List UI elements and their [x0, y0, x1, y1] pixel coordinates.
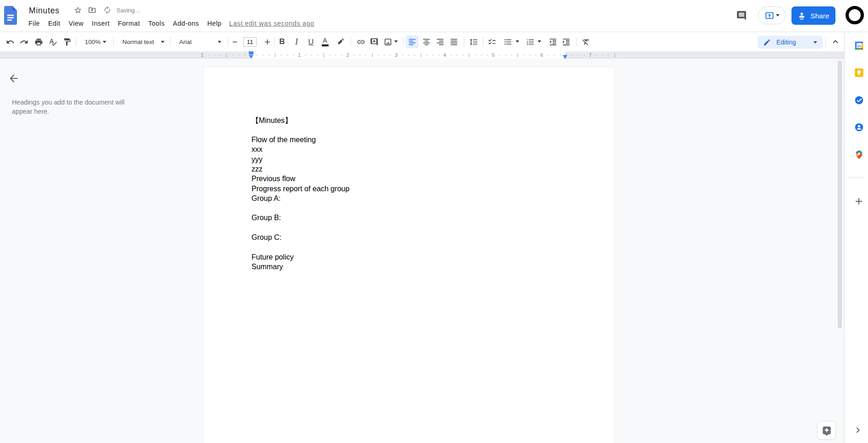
last-edit-link[interactable]: Last edit was seconds ago — [229, 19, 314, 28]
doc-line[interactable]: Flow of the meeting — [252, 135, 566, 144]
menu-view[interactable]: View — [65, 19, 88, 29]
doc-line[interactable]: Future policy — [252, 252, 566, 262]
menu-help[interactable]: Help — [203, 19, 225, 29]
bold-icon: B — [279, 37, 285, 46]
ruler-tick — [275, 53, 275, 57]
explore-button[interactable] — [817, 421, 836, 440]
paragraph-style-select[interactable]: Normal text — [117, 35, 167, 48]
close-outline-icon[interactable] — [8, 72, 20, 84]
increase-font-size-button[interactable] — [261, 35, 274, 48]
italic-button[interactable]: I — [290, 35, 303, 48]
first-line-indent-marker[interactable] — [249, 51, 253, 55]
menu-add-ons[interactable]: Add-ons — [169, 19, 203, 29]
text-color-bar — [322, 44, 329, 46]
justify-button[interactable] — [448, 35, 461, 48]
doc-line[interactable]: Group B: — [252, 213, 566, 222]
increase-indent-icon — [562, 38, 571, 46]
ruler-tick — [596, 55, 597, 56]
clear-formatting-button[interactable] — [580, 35, 593, 48]
account-avatar[interactable] — [846, 6, 864, 24]
document-text[interactable]: 【Minutes】Flow of the meetingxxxyyyzzzPre… — [252, 116, 566, 272]
get-addons-icon[interactable] — [853, 196, 864, 207]
doc-line[interactable]: Previous flow — [252, 174, 566, 183]
comment-history-icon[interactable] — [736, 10, 747, 21]
doc-line[interactable]: Progress report of each group — [252, 184, 566, 194]
ruler-tick — [305, 55, 306, 56]
google-docs-logo[interactable] — [4, 6, 17, 25]
left-indent-marker[interactable] — [249, 55, 253, 59]
right-indent-marker[interactable] — [563, 55, 567, 59]
tasks-icon[interactable] — [854, 95, 864, 105]
font-size-input[interactable]: 11 — [243, 37, 257, 47]
paint-format-icon — [63, 38, 71, 46]
contacts-icon[interactable] — [854, 122, 864, 132]
decrease-indent-button[interactable] — [546, 35, 559, 48]
ruler-tick — [378, 55, 379, 56]
highlight-color-button[interactable] — [334, 35, 346, 48]
doc-line[interactable]: zzz — [252, 164, 566, 174]
calendar-icon[interactable]: 31 — [854, 41, 864, 50]
numbered-list-caret[interactable] — [538, 40, 541, 43]
move-folder-icon[interactable] — [88, 6, 96, 14]
keep-icon[interactable] — [854, 68, 864, 78]
underline-button[interactable]: U — [305, 35, 318, 48]
doc-line-empty[interactable] — [252, 223, 566, 233]
menu-format[interactable]: Format — [114, 19, 144, 29]
numbered-list-button[interactable] — [524, 35, 537, 48]
document-page[interactable]: 【Minutes】Flow of the meetingxxxyyyzzzPre… — [203, 66, 615, 443]
align-center-button[interactable] — [420, 35, 433, 48]
line-spacing-button[interactable] — [467, 35, 480, 48]
doc-line-empty[interactable] — [252, 203, 566, 213]
print-button[interactable] — [32, 35, 45, 48]
star-icon[interactable] — [74, 6, 82, 14]
text-color-button[interactable]: A — [319, 35, 331, 48]
paint-format-button[interactable] — [61, 35, 74, 48]
doc-line[interactable]: Summary — [252, 262, 566, 271]
document-title[interactable]: Minutes — [29, 6, 60, 16]
ruler-tick — [414, 55, 415, 56]
doc-line[interactable]: 【Minutes】 — [252, 116, 566, 125]
menu-insert[interactable]: Insert — [88, 19, 114, 29]
checklist-button[interactable] — [485, 35, 498, 48]
share-button[interactable]: Share — [791, 6, 835, 25]
decrease-font-size-button[interactable] — [228, 35, 241, 48]
doc-line[interactable]: xxx — [252, 144, 566, 154]
zoom-select[interactable]: 100% — [79, 35, 110, 48]
doc-line[interactable]: Group A: — [252, 194, 566, 203]
undo-button[interactable] — [4, 35, 16, 48]
align-right-button[interactable] — [434, 35, 446, 48]
maps-icon[interactable] — [854, 150, 864, 160]
add-comment-button[interactable] — [368, 35, 381, 48]
redo-button[interactable] — [17, 35, 30, 48]
spellcheck-button[interactable] — [46, 35, 59, 48]
bulleted-list-button[interactable] — [501, 35, 514, 48]
italic-icon: I — [295, 37, 298, 47]
doc-line-empty[interactable] — [252, 125, 566, 135]
insert-link-button[interactable] — [354, 35, 367, 48]
align-left-button[interactable] — [406, 35, 418, 48]
print-icon — [34, 38, 43, 46]
doc-line[interactable]: Group C: — [252, 233, 566, 242]
editing-mode-chip[interactable]: Editing — [758, 36, 823, 49]
bold-button[interactable]: B — [276, 35, 289, 48]
ruler[interactable]: 11234567 — [0, 51, 844, 59]
present-button[interactable] — [758, 6, 786, 24]
ruler-tick — [499, 55, 500, 56]
hide-side-panel-icon[interactable] — [852, 425, 863, 436]
font-select[interactable]: Arial — [174, 35, 224, 48]
increase-indent-button[interactable] — [560, 35, 572, 48]
doc-line-empty[interactable] — [252, 242, 566, 252]
ruler-tick — [560, 55, 560, 56]
vertical-scrollbar[interactable] — [838, 61, 842, 328]
doc-line[interactable]: yyy — [252, 155, 566, 164]
insert-image-caret[interactable] — [394, 40, 398, 43]
hide-menus-button[interactable] — [830, 35, 841, 48]
menu-file[interactable]: File — [24, 19, 44, 29]
spellcheck-icon — [49, 38, 57, 46]
menu-tools[interactable]: Tools — [144, 19, 169, 29]
insert-image-button[interactable] — [381, 35, 394, 48]
side-panel-divider — [848, 177, 864, 177]
bulleted-list-caret[interactable] — [516, 40, 519, 43]
menu-edit[interactable]: Edit — [44, 19, 65, 29]
toolbar-separator — [274, 37, 275, 46]
